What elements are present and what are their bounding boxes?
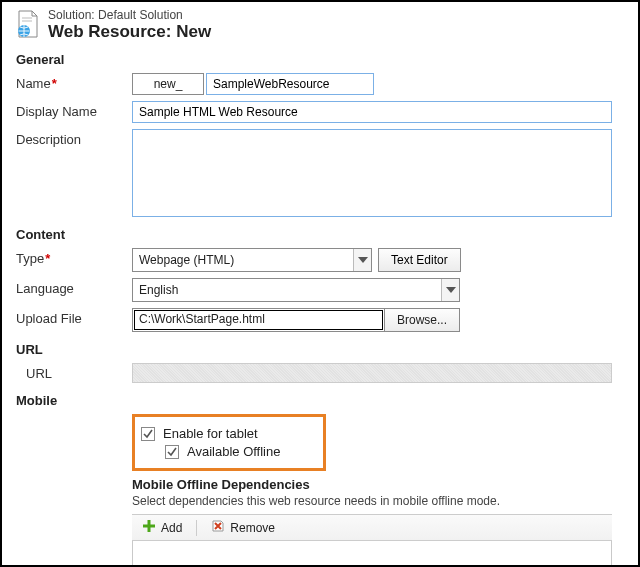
section-content: Content xyxy=(16,227,624,242)
label-url: URL xyxy=(16,363,132,381)
chevron-down-icon xyxy=(353,249,371,271)
available-offline-checkbox[interactable] xyxy=(165,445,179,459)
label-display-name: Display Name xyxy=(16,101,132,119)
deps-list[interactable] xyxy=(132,541,612,567)
row-url: URL xyxy=(16,363,624,383)
label-upload-file: Upload File xyxy=(16,308,132,326)
label-description: Description xyxy=(16,129,132,147)
name-prefix: new_ xyxy=(132,73,204,95)
name-input[interactable] xyxy=(206,73,374,95)
deps-toolbar: Add Remove xyxy=(132,514,612,541)
mobile-offline-deps-title: Mobile Offline Dependencies xyxy=(132,477,624,492)
row-upload-file: Upload File C:\Work\StartPage.html Brows… xyxy=(16,308,624,332)
mobile-highlight: Enable for tablet Available Offline xyxy=(132,414,326,471)
window-frame: Solution: Default Solution Web Resource:… xyxy=(0,0,640,567)
row-type: Type* Webpage (HTML) Text Editor xyxy=(16,248,624,272)
enable-for-tablet-row: Enable for tablet xyxy=(141,426,313,441)
row-language: Language English xyxy=(16,278,624,302)
row-name: Name* new_ xyxy=(16,73,624,95)
available-offline-label: Available Offline xyxy=(187,444,280,459)
plus-icon xyxy=(142,519,156,536)
toolbar-separator xyxy=(196,520,197,536)
enable-for-tablet-checkbox[interactable] xyxy=(141,427,155,441)
solution-breadcrumb: Solution: Default Solution xyxy=(48,8,211,22)
header: Solution: Default Solution Web Resource:… xyxy=(16,8,624,42)
text-editor-button[interactable]: Text Editor xyxy=(378,248,461,272)
available-offline-row: Available Offline xyxy=(165,444,313,459)
language-select[interactable]: English xyxy=(132,278,460,302)
upload-file-field: C:\Work\StartPage.html Browse... xyxy=(132,308,460,332)
section-url: URL xyxy=(16,342,624,357)
type-select[interactable]: Webpage (HTML) xyxy=(132,248,372,272)
section-general: General xyxy=(16,52,624,67)
label-type: Type* xyxy=(16,248,132,266)
remove-button[interactable]: Remove xyxy=(205,518,281,537)
row-display-name: Display Name xyxy=(16,101,624,123)
remove-icon xyxy=(211,519,225,536)
chevron-down-icon xyxy=(441,279,459,301)
solution-label: Solution: xyxy=(48,8,95,22)
browse-button[interactable]: Browse... xyxy=(384,309,459,331)
svg-rect-4 xyxy=(143,525,155,528)
section-mobile: Mobile xyxy=(16,393,624,408)
solution-name: Default Solution xyxy=(98,8,183,22)
description-input[interactable] xyxy=(132,129,612,217)
page-title: Web Resource: New xyxy=(48,22,211,42)
row-description: Description xyxy=(16,129,624,217)
label-name: Name* xyxy=(16,73,132,91)
url-readonly-field xyxy=(132,363,612,383)
enable-for-tablet-label: Enable for tablet xyxy=(163,426,258,441)
display-name-input[interactable] xyxy=(132,101,612,123)
web-resource-icon xyxy=(16,10,40,38)
upload-file-path[interactable]: C:\Work\StartPage.html xyxy=(134,310,383,330)
add-button[interactable]: Add xyxy=(136,518,188,537)
mobile-offline-deps-desc: Select dependencies this web resource ne… xyxy=(132,494,624,508)
label-language: Language xyxy=(16,278,132,296)
